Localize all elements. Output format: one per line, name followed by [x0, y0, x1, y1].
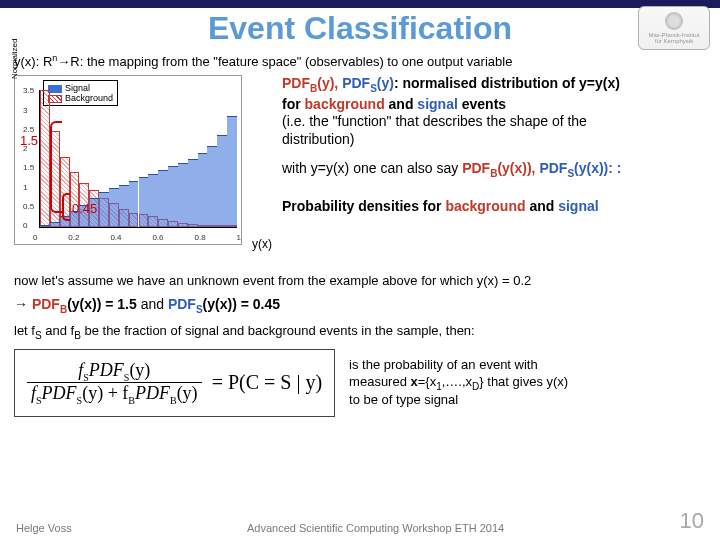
- probdens-label: Probability densities for: [282, 198, 445, 214]
- pdf-yx-intro: with y=y(x) one can also say: [282, 160, 462, 176]
- denominator: fSPDFS(y) + fBPDFB(y): [27, 383, 202, 406]
- sig-bar: [178, 163, 188, 228]
- and-word-2: and: [526, 198, 559, 214]
- result-line: → PDFB(y(x)) = 1.5 and PDFS(y(x)) = 0.45: [14, 296, 706, 315]
- pdfs-yx: PDFS(y(x)): :: [539, 160, 621, 176]
- pdfb-result: (y(x)) = 1.5: [67, 296, 137, 312]
- y-axis-label: Normalized: [10, 39, 19, 79]
- pdf-desc-1: : normalised distribution of y=y(x): [394, 75, 620, 91]
- eq-exp-2: measured x={x1,….,xD} that gives y(x): [349, 374, 706, 393]
- xtick: 0.6: [152, 233, 163, 242]
- sig-bar: [188, 159, 198, 228]
- logo-line2: für Kernphysik: [655, 38, 693, 44]
- pdf-chart: Normalized Signal Background 0 0.2 0.4 0…: [14, 75, 242, 245]
- mid-row: Normalized Signal Background 0 0.2 0.4 0…: [14, 75, 706, 265]
- sig-bar: [99, 192, 109, 227]
- x-axis-label: y(x): [252, 237, 272, 251]
- ytick: 3: [23, 106, 34, 115]
- sig-word-2: signal: [558, 198, 598, 214]
- arrow-icon-2: →: [14, 296, 32, 312]
- logo-icon: [665, 12, 683, 30]
- bkg-word: background: [305, 96, 385, 112]
- ytick: 3.5: [23, 86, 34, 95]
- anno-sig-value: 0.45: [72, 201, 97, 216]
- brace-signal: [62, 193, 70, 221]
- slide-body: y(x): Rn→R: the mapping from the "featur…: [0, 47, 720, 417]
- x-ticks: 0 0.2 0.4 0.6 0.8 1: [33, 233, 241, 242]
- events-word: events: [458, 96, 506, 112]
- sig-bar: [119, 185, 129, 228]
- assume-line: now let's assume we have an unknown even…: [14, 273, 706, 288]
- xtick: 1: [236, 233, 240, 242]
- pdfs-label: PDFS(y): [342, 75, 394, 91]
- chart-region: Normalized Signal Background 0 0.2 0.4 0…: [14, 75, 274, 265]
- and-sep: and: [137, 296, 168, 312]
- pdf-desc-2: (i.e. the "function" that describes the …: [282, 113, 706, 131]
- pdfs-value: PDFS: [168, 296, 203, 312]
- arrow-icon: →: [57, 54, 70, 69]
- footer-venue: Advanced Scientific Computing Workshop E…: [247, 522, 504, 534]
- header-bar: [0, 0, 720, 8]
- sig-bar: [139, 177, 149, 227]
- footer-author: Helge Voss: [16, 522, 72, 534]
- and-word: and: [385, 96, 418, 112]
- page-number: 10: [680, 508, 704, 534]
- equation-rhs: = P(C = S | y): [212, 371, 322, 394]
- xtick: 0.8: [194, 233, 205, 242]
- institute-logo: Max-Planck-Institut für Kernphysik: [638, 6, 710, 50]
- anno-bkg-value: 1.5: [20, 133, 38, 148]
- mapping-definition: y(x): Rn→R: the mapping from the "featur…: [14, 53, 706, 69]
- sig-bar: [168, 166, 178, 227]
- brace-background: [50, 121, 62, 213]
- pdfb-value: PDFB: [32, 296, 67, 312]
- equation-explanation: is the probability of an event with meas…: [349, 357, 706, 409]
- ytick: 1.5: [23, 163, 34, 172]
- sig-bar: [109, 188, 119, 227]
- eq-exp-1: is the probability of an event with: [349, 357, 706, 374]
- equation-row: fSPDFS(y) fSPDFS(y) + fBPDFB(y) = P(C = …: [14, 349, 706, 417]
- map-lhs: y(x): R: [14, 54, 52, 69]
- pdf-description: PDFB(y), PDFS(y): normalised distributio…: [282, 75, 706, 265]
- xtick: 0: [33, 233, 37, 242]
- slide-footer: Helge Voss Advanced Scientific Computing…: [0, 508, 720, 534]
- fraction-line: let fS and fB be the fraction of signal …: [14, 323, 706, 341]
- xtick: 0.2: [68, 233, 79, 242]
- pdfs-result: (y(x)) = 0.45: [203, 296, 280, 312]
- slide-title: Event Classification: [0, 10, 720, 47]
- fraction: fSPDFS(y) fSPDFS(y) + fBPDFB(y): [27, 360, 202, 406]
- bkg-word-2: background: [445, 198, 525, 214]
- sig-word: signal: [417, 96, 457, 112]
- y-ticks: 0 0.5 1 1.5 2 2.5 3 3.5: [23, 86, 34, 230]
- pdf-for: for: [282, 96, 305, 112]
- numerator: fSPDFS(y): [74, 360, 154, 383]
- pdfb-label: PDFB(y),: [282, 75, 342, 91]
- ytick: 0: [23, 221, 34, 230]
- pdfb-yx: PDFB(y(x)),: [462, 160, 539, 176]
- eq-exp-3: to be of type signal: [349, 392, 706, 409]
- sig-bar: [148, 174, 158, 228]
- sig-bar: [198, 153, 208, 227]
- ytick: 0.5: [23, 202, 34, 211]
- sig-bar: [227, 116, 237, 227]
- sig-bar: [40, 225, 50, 227]
- bkg-bar: [40, 90, 50, 227]
- pdf-desc-3: distribution): [282, 131, 706, 149]
- ytick: 1: [23, 183, 34, 192]
- sig-bar: [158, 170, 168, 227]
- sig-bar: [217, 135, 227, 228]
- sig-bar: [50, 222, 60, 228]
- map-rhs: R: the mapping from the "feature space" …: [70, 54, 512, 69]
- sig-bar: [207, 146, 217, 227]
- xtick: 0.4: [110, 233, 121, 242]
- probability-equation: fSPDFS(y) fSPDFS(y) + fBPDFB(y) = P(C = …: [14, 349, 335, 417]
- sig-bar: [129, 181, 139, 227]
